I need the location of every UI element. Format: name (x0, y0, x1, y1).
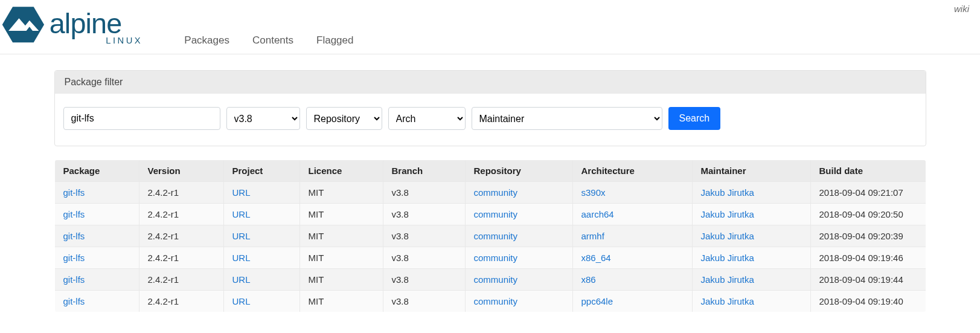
cell-version: 2.4.2-r1 (139, 204, 223, 225)
project-link[interactable]: URL (232, 296, 251, 306)
cell-licence: MIT (299, 225, 383, 247)
svg-text:LINUX: LINUX (106, 36, 143, 45)
project-link[interactable]: URL (232, 274, 251, 285)
cell-version: 2.4.2-r1 (139, 291, 223, 312)
maintainer-link[interactable]: Jakub Jirutka (701, 209, 754, 219)
table-row: git-lfs2.4.2-r1URLMITv3.8communitys390xJ… (54, 182, 926, 204)
nav-contents[interactable]: Contents (252, 34, 293, 47)
maintainer-select[interactable]: Maintainer (472, 107, 662, 130)
cell-version: 2.4.2-r1 (139, 182, 223, 204)
package-link[interactable]: git-lfs (63, 296, 85, 306)
wiki-link[interactable]: wiki (954, 4, 969, 14)
repository-link[interactable]: community (474, 253, 518, 263)
alpine-linux-logo-icon: alpine LINUX (1, 4, 168, 51)
repository-link[interactable]: community (474, 209, 518, 219)
maintainer-link[interactable]: Jakub Jirutka (701, 253, 754, 263)
architecture-link[interactable]: aarch64 (581, 209, 614, 219)
maintainer-link[interactable]: Jakub Jirutka (701, 274, 754, 285)
branch-select[interactable]: v3.8 (226, 107, 300, 130)
th-branch: Branch (383, 160, 465, 182)
cell-build-date: 2018-09-04 09:19:44 (810, 269, 926, 291)
project-link[interactable]: URL (232, 209, 251, 219)
th-project: Project (223, 160, 299, 182)
search-button[interactable]: Search (668, 107, 721, 130)
architecture-link[interactable]: ppc64le (581, 296, 613, 306)
th-architecture: Architecture (572, 160, 692, 182)
nav-flagged[interactable]: Flagged (316, 34, 353, 47)
package-link[interactable]: git-lfs (63, 253, 85, 263)
cell-build-date: 2018-09-04 09:19:40 (810, 291, 926, 312)
cell-branch: v3.8 (383, 225, 465, 247)
cell-licence: MIT (299, 291, 383, 312)
architecture-link[interactable]: armhf (581, 231, 604, 241)
nav-packages[interactable]: Packages (184, 34, 229, 47)
table-row: git-lfs2.4.2-r1URLMITv3.8communityx86Jak… (54, 269, 926, 291)
repository-link[interactable]: community (474, 274, 518, 285)
maintainer-link[interactable]: Jakub Jirutka (701, 296, 754, 306)
cell-build-date: 2018-09-04 09:21:07 (810, 182, 926, 204)
table-row: git-lfs2.4.2-r1URLMITv3.8communityarmhfJ… (54, 225, 926, 247)
th-build-date: Build date (810, 160, 926, 182)
cell-version: 2.4.2-r1 (139, 269, 223, 291)
svg-text:alpine: alpine (50, 8, 122, 39)
project-link[interactable]: URL (232, 253, 251, 263)
package-link[interactable]: git-lfs (63, 231, 85, 241)
th-licence: Licence (299, 160, 383, 182)
maintainer-link[interactable]: Jakub Jirutka (701, 187, 754, 198)
cell-branch: v3.8 (383, 247, 465, 269)
architecture-link[interactable]: s390x (581, 187, 606, 198)
main-nav: Packages Contents Flagged (184, 34, 353, 54)
cell-branch: v3.8 (383, 291, 465, 312)
filter-panel-title: Package filter (55, 71, 926, 94)
filter-panel: Package filter v3.8 Repository Arch Main… (54, 70, 926, 146)
package-link[interactable]: git-lfs (63, 209, 85, 219)
th-maintainer: Maintainer (692, 160, 810, 182)
cell-branch: v3.8 (383, 182, 465, 204)
cell-licence: MIT (299, 204, 383, 225)
th-version: Version (139, 160, 223, 182)
topbar: alpine LINUX Packages Contents Flagged w… (0, 0, 980, 54)
package-link[interactable]: git-lfs (63, 274, 85, 285)
package-link[interactable]: git-lfs (63, 187, 85, 198)
logo[interactable]: alpine LINUX (0, 2, 168, 51)
packages-table: Package Version Project Licence Branch R… (54, 160, 926, 312)
arch-select[interactable]: Arch (388, 107, 466, 130)
repository-link[interactable]: community (474, 296, 518, 306)
cell-licence: MIT (299, 269, 383, 291)
table-row: git-lfs2.4.2-r1URLMITv3.8communityaarch6… (54, 204, 926, 225)
cell-branch: v3.8 (383, 269, 465, 291)
page-content: Package filter v3.8 Repository Arch Main… (54, 70, 926, 312)
filter-row: v3.8 Repository Arch Maintainer Search (55, 94, 926, 146)
cell-branch: v3.8 (383, 204, 465, 225)
repository-select[interactable]: Repository (306, 107, 382, 130)
cell-version: 2.4.2-r1 (139, 247, 223, 269)
package-name-input[interactable] (63, 107, 220, 130)
repository-link[interactable]: community (474, 187, 518, 198)
project-link[interactable]: URL (232, 231, 251, 241)
th-repository: Repository (465, 160, 572, 182)
repository-link[interactable]: community (474, 231, 518, 241)
architecture-link[interactable]: x86_64 (581, 253, 611, 263)
maintainer-link[interactable]: Jakub Jirutka (701, 231, 754, 241)
architecture-link[interactable]: x86 (581, 274, 596, 285)
cell-licence: MIT (299, 182, 383, 204)
cell-build-date: 2018-09-04 09:20:50 (810, 204, 926, 225)
cell-build-date: 2018-09-04 09:19:46 (810, 247, 926, 269)
project-link[interactable]: URL (232, 187, 251, 198)
cell-version: 2.4.2-r1 (139, 225, 223, 247)
th-package: Package (54, 160, 139, 182)
cell-build-date: 2018-09-04 09:20:39 (810, 225, 926, 247)
cell-licence: MIT (299, 247, 383, 269)
table-header-row: Package Version Project Licence Branch R… (54, 160, 926, 182)
table-row: git-lfs2.4.2-r1URLMITv3.8communityppc64l… (54, 291, 926, 312)
table-row: git-lfs2.4.2-r1URLMITv3.8communityx86_64… (54, 247, 926, 269)
